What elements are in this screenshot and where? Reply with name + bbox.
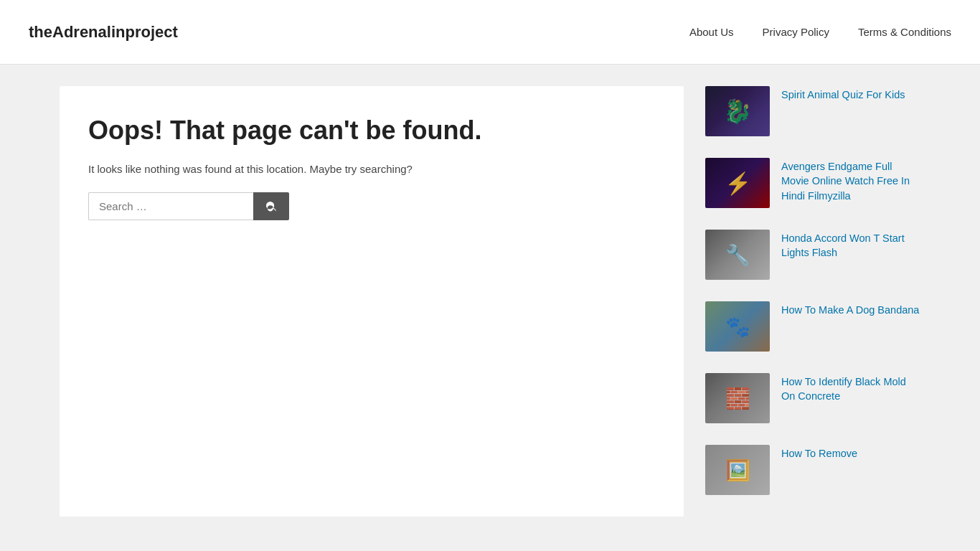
sidebar-link-dog-bandana[interactable]: How To Make A Dog Bandana: [781, 304, 919, 316]
nav-privacy-policy[interactable]: Privacy Policy: [763, 26, 829, 38]
sidebar-text-honda: Honda Accord Won T Start Lights Flash: [781, 230, 920, 260]
sidebar-text-spirit-animal: Spirit Animal Quiz For Kids: [781, 86, 920, 102]
search-button[interactable]: [253, 192, 289, 220]
search-icon: [265, 200, 278, 213]
error-description: It looks like nothing was found at this …: [88, 163, 655, 175]
sidebar-link-honda[interactable]: Honda Accord Won T Start Lights Flash: [781, 232, 905, 258]
sidebar: Spirit Animal Quiz For Kids Avengers End…: [705, 86, 920, 517]
sidebar-thumb-how-remove: [705, 445, 770, 495]
sidebar-item-black-mold: How To Identify Black Mold On Concrete: [705, 373, 920, 423]
site-header: theAdrenalinproject About Us Privacy Pol…: [0, 0, 980, 65]
sidebar-text-how-remove: How To Remove: [781, 445, 920, 461]
sidebar-thumb-honda: [705, 230, 770, 280]
sidebar-item-how-remove: How To Remove: [705, 445, 920, 495]
sidebar-text-avengers: Avengers Endgame Full Movie Online Watch…: [781, 158, 920, 203]
sidebar-thumb-black-mold: [705, 373, 770, 423]
site-title[interactable]: theAdrenalinproject: [29, 23, 178, 42]
search-form: [88, 192, 655, 220]
sidebar-item-honda: Honda Accord Won T Start Lights Flash: [705, 230, 920, 280]
sidebar-link-how-remove[interactable]: How To Remove: [781, 448, 857, 459]
error-title: Oops! That page can't be found.: [88, 115, 655, 146]
sidebar-link-black-mold[interactable]: How To Identify Black Mold On Concrete: [781, 376, 906, 402]
sidebar-thumb-spirit-animal: [705, 86, 770, 136]
nav-about-us[interactable]: About Us: [689, 26, 734, 38]
content-area: Oops! That page can't be found. It looks…: [60, 86, 684, 517]
sidebar-item-spirit-animal: Spirit Animal Quiz For Kids: [705, 86, 920, 136]
sidebar-item-dog-bandana: How To Make A Dog Bandana: [705, 301, 920, 352]
sidebar-item-avengers: Avengers Endgame Full Movie Online Watch…: [705, 158, 920, 208]
sidebar-text-black-mold: How To Identify Black Mold On Concrete: [781, 373, 920, 404]
sidebar-thumb-avengers: [705, 158, 770, 208]
sidebar-link-avengers[interactable]: Avengers Endgame Full Movie Online Watch…: [781, 161, 910, 202]
main-nav: About Us Privacy Policy Terms & Conditio…: [689, 26, 951, 38]
sidebar-text-dog-bandana: How To Make A Dog Bandana: [781, 301, 920, 317]
sidebar-link-spirit-animal[interactable]: Spirit Animal Quiz For Kids: [781, 89, 905, 100]
nav-terms-conditions[interactable]: Terms & Conditions: [858, 26, 951, 38]
search-input[interactable]: [88, 192, 253, 220]
sidebar-thumb-dog-bandana: [705, 301, 770, 352]
main-wrapper: Oops! That page can't be found. It looks…: [31, 65, 949, 538]
